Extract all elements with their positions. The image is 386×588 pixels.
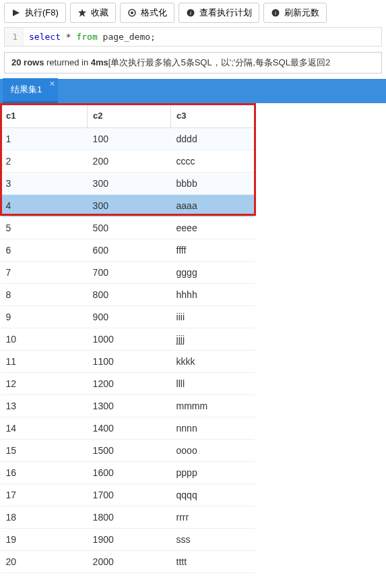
table-row[interactable]: 121200llll	[1, 373, 255, 395]
table-cell[interactable]: 1900	[88, 529, 171, 551]
table-cell[interactable]: 900	[88, 306, 171, 328]
table-cell[interactable]: 1800	[88, 506, 171, 529]
table-cell[interactable]: 9	[1, 306, 88, 328]
execute-button[interactable]: 执行(F8)	[4, 3, 66, 23]
table-cell[interactable]: 10	[1, 328, 88, 351]
table-cell[interactable]: 12	[1, 373, 88, 395]
table-cell[interactable]: 8	[1, 284, 88, 306]
table-row[interactable]: 4300aaaa	[1, 195, 255, 217]
table-cell[interactable]: 500	[88, 217, 171, 239]
editor-line: 1 select * from page_demo;	[5, 28, 381, 46]
table-cell[interactable]: 1	[1, 128, 88, 150]
table-row[interactable]: 5500eeee	[1, 217, 255, 239]
table-row[interactable]: 101000jjjj	[1, 328, 255, 351]
table-cell[interactable]: 1200	[88, 373, 171, 395]
table-cell[interactable]: 11	[1, 351, 88, 373]
table-cell[interactable]: qqqq	[171, 484, 255, 506]
table-cell[interactable]: cccc	[171, 150, 255, 173]
table-cell[interactable]: 300	[88, 195, 171, 217]
table-cell[interactable]: 300	[88, 173, 171, 195]
table-cell[interactable]: 1400	[88, 417, 171, 440]
table-cell[interactable]: 1300	[88, 395, 171, 417]
table-cell[interactable]: 2	[1, 150, 88, 173]
table-cell[interactable]: gggg	[171, 262, 255, 284]
table-row[interactable]: 8800hhhh	[1, 284, 255, 306]
table-row[interactable]: 181800rrrr	[1, 506, 255, 529]
table-row[interactable]: 9900iiii	[1, 306, 255, 328]
result-table-wrap: c1 c2 c3 1100dddd2200cccc3300bbbb4300aaa…	[0, 103, 386, 573]
table-cell[interactable]: bbbb	[171, 173, 255, 195]
table-row[interactable]: 151500oooo	[1, 440, 255, 462]
table-cell[interactable]: 16	[1, 462, 88, 484]
table-row[interactable]: 1100dddd	[1, 128, 255, 150]
table-cell[interactable]: 600	[88, 239, 171, 262]
table-cell[interactable]: 2000	[88, 551, 171, 573]
table-cell[interactable]: nnnn	[171, 417, 255, 440]
svg-point-3	[131, 11, 133, 14]
table-cell[interactable]: eeee	[171, 217, 255, 239]
table-cell[interactable]: llll	[171, 373, 255, 395]
tab-label: 结果集1	[11, 84, 42, 94]
table-cell[interactable]: 1100	[88, 351, 171, 373]
table-cell[interactable]: rrrr	[171, 506, 255, 529]
table-cell[interactable]: 4	[1, 195, 88, 217]
table-cell[interactable]: sss	[171, 529, 255, 551]
explain-button[interactable]: i 查看执行计划	[179, 3, 259, 23]
sql-editor[interactable]: 1 select * from page_demo;	[4, 27, 382, 47]
column-header[interactable]: c2	[88, 104, 171, 128]
column-header[interactable]: c1	[1, 104, 88, 128]
table-row[interactable]: 161600pppp	[1, 462, 255, 484]
table-cell[interactable]: ffff	[171, 239, 255, 262]
refresh-label: 刷新元数	[284, 7, 319, 19]
table-cell[interactable]: 15	[1, 440, 88, 462]
sql-keyword-from: from	[76, 32, 97, 42]
code-content[interactable]: select * from page_demo;	[24, 28, 381, 46]
table-row[interactable]: 7700gggg	[1, 262, 255, 284]
table-cell[interactable]: dddd	[171, 128, 255, 150]
table-cell[interactable]: 14	[1, 417, 88, 440]
table-cell[interactable]: 5	[1, 217, 88, 239]
table-cell[interactable]: 100	[88, 128, 171, 150]
table-cell[interactable]: kkkk	[171, 351, 255, 373]
table-row[interactable]: 191900sss	[1, 529, 255, 551]
table-row[interactable]: 141400nnnn	[1, 417, 255, 440]
table-cell[interactable]: 3	[1, 173, 88, 195]
table-row[interactable]: 131300mmmm	[1, 395, 255, 417]
svg-marker-1	[78, 9, 86, 17]
close-icon[interactable]: ✕	[49, 80, 55, 88]
table-cell[interactable]: 17	[1, 484, 88, 506]
table-row[interactable]: 2200cccc	[1, 150, 255, 173]
table-cell[interactable]: jjjj	[171, 328, 255, 351]
table-row[interactable]: 3300bbbb	[1, 173, 255, 195]
table-cell[interactable]: 1000	[88, 328, 171, 351]
table-cell[interactable]: 1700	[88, 484, 171, 506]
refresh-button[interactable]: i 刷新元数	[263, 3, 327, 23]
table-cell[interactable]: oooo	[171, 440, 255, 462]
table-cell[interactable]: 1600	[88, 462, 171, 484]
tab-resultset[interactable]: 结果集1 ✕	[3, 78, 58, 103]
table-row[interactable]: 171700qqqq	[1, 484, 255, 506]
table-cell[interactable]: 18	[1, 506, 88, 529]
favorite-button[interactable]: 收藏	[70, 3, 116, 23]
table-cell[interactable]: mmmm	[171, 395, 255, 417]
table-cell[interactable]: 6	[1, 239, 88, 262]
table-cell[interactable]: 1500	[88, 440, 171, 462]
table-cell[interactable]: tttt	[171, 551, 255, 573]
table-row[interactable]: 6600ffff	[1, 239, 255, 262]
table-cell[interactable]: 200	[88, 150, 171, 173]
table-cell[interactable]: 13	[1, 395, 88, 417]
table-row[interactable]: 111100kkkk	[1, 351, 255, 373]
table-cell[interactable]: 20	[1, 551, 88, 573]
table-cell[interactable]: hhhh	[171, 284, 255, 306]
table-cell[interactable]: 800	[88, 284, 171, 306]
format-button[interactable]: 格式化	[120, 3, 174, 23]
table-row[interactable]: 202000tttt	[1, 551, 255, 573]
table-cell[interactable]: 7	[1, 262, 88, 284]
table-cell[interactable]: aaaa	[171, 195, 255, 217]
column-header[interactable]: c3	[171, 104, 255, 128]
star-icon	[77, 8, 87, 18]
table-cell[interactable]: 700	[88, 262, 171, 284]
table-cell[interactable]: iiii	[171, 306, 255, 328]
table-cell[interactable]: pppp	[171, 462, 255, 484]
table-cell[interactable]: 19	[1, 529, 88, 551]
